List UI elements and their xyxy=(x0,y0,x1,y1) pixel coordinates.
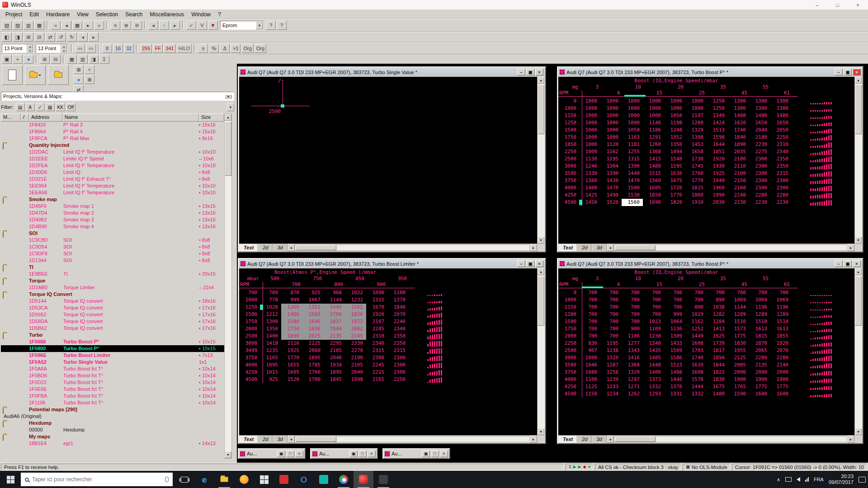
menu-hardware[interactable]: Hardware xyxy=(42,10,73,19)
value-cell[interactable]: 1934 xyxy=(324,361,345,369)
child-titlebar[interactable]: Audi Q7 (Audi Q7 3.0 TDI 233 MP+EGR 2007… xyxy=(239,68,545,76)
value-cell[interactable]: 2230 xyxy=(749,141,770,148)
eprom-combobox[interactable]: Eprom ▼ xyxy=(220,21,264,30)
value-cell[interactable]: 1820 xyxy=(664,199,685,206)
new-project-button[interactable] xyxy=(2,65,23,85)
value-cell[interactable]: 1530 xyxy=(622,192,643,199)
value-cell[interactable]: 1315 xyxy=(622,155,643,163)
value-cell[interactable]: 1605 xyxy=(643,184,664,192)
scrollbar-thumb[interactable] xyxy=(296,245,336,250)
factor-button[interactable]: ×1 xyxy=(231,44,241,53)
spin-down-icon[interactable]: ▾ xyxy=(27,48,33,52)
value-cell[interactable]: 700 xyxy=(579,304,600,311)
value-cell[interactable]: 1162 xyxy=(685,318,707,325)
value-cell[interactable]: 2125 xyxy=(728,354,749,361)
child-minimize-button[interactable]: – xyxy=(517,260,525,267)
value-cell[interactable]: 1046 xyxy=(579,361,600,369)
value-cell[interactable]: 2030 xyxy=(707,199,728,206)
value-cell[interactable]: 700 xyxy=(600,325,622,333)
value-cell[interactable]: 700 xyxy=(600,289,622,296)
value-cell[interactable]: 1608 xyxy=(685,340,707,347)
value-cell[interactable]: 2205 xyxy=(366,325,387,333)
value-cell[interactable]: 925 xyxy=(302,289,324,296)
value-cell[interactable]: 1960 xyxy=(707,184,728,192)
value-cell[interactable]: 1300 xyxy=(770,98,792,105)
value-cell[interactable]: 2280 xyxy=(749,192,770,199)
value-cell[interactable]: 1562 xyxy=(345,304,366,311)
map-row[interactable]: 1F0FBATurbo Boost fct T°▪10x14 xyxy=(1,393,224,399)
value-cell[interactable]: 1639 xyxy=(685,361,707,369)
map-list-scrollbar[interactable]: ▲ ▼ xyxy=(224,113,232,459)
clock[interactable]: 20:23 09/07/2017 xyxy=(829,474,854,485)
value-cell[interactable]: 1136 xyxy=(664,325,685,333)
anchor-button[interactable]: ↑ xyxy=(159,21,169,30)
value-cell[interactable]: 1000 xyxy=(643,98,664,105)
value-cell[interactable]: 800 xyxy=(685,304,707,311)
value-cell[interactable]: 1700 xyxy=(302,376,324,383)
taskbar-app-file-explorer[interactable] xyxy=(214,471,234,488)
value-cell[interactable]: 1925 xyxy=(281,347,302,354)
value-cell[interactable]: 1449 xyxy=(685,333,707,340)
value-cell[interactable]: 2040 xyxy=(324,354,345,361)
value-cell[interactable]: 1595 xyxy=(664,163,685,170)
grid-toggle-button[interactable]: ▦ xyxy=(67,55,77,64)
value-cell[interactable]: 700 xyxy=(600,311,622,318)
value-cell[interactable]: 700 xyxy=(643,304,664,311)
value-cell[interactable]: 1590 xyxy=(728,390,749,398)
redo-button[interactable]: ↻ xyxy=(67,33,77,42)
restore-button[interactable]: ▣ xyxy=(277,450,285,457)
child-close-button[interactable]: × xyxy=(853,260,861,267)
filter-dropdown-button[interactable]: ▼ xyxy=(227,103,234,111)
value-cell[interactable]: 1282 xyxy=(707,311,728,318)
select-right-button[interactable]: ◨ xyxy=(13,33,23,42)
value-cell[interactable]: 2250 xyxy=(770,134,792,141)
value-cell[interactable]: 2245 xyxy=(366,361,387,369)
value-cell[interactable]: 2240 xyxy=(387,318,409,325)
value-cell[interactable]: 1150 xyxy=(579,390,600,398)
value-cell[interactable]: 1425 xyxy=(579,192,600,199)
hexdump-view-button[interactable]: ≡ xyxy=(110,21,120,30)
select-left-button[interactable]: ◧ xyxy=(2,33,12,42)
vertical-scrollbar[interactable]: ▲▼ xyxy=(854,268,862,435)
scroll-left-icon[interactable]: ◂ xyxy=(607,436,614,443)
search-input[interactable] xyxy=(32,476,162,483)
map-row[interactable]: 1D2DACLimit IQ f° Temperature▪10x10 xyxy=(1,149,224,155)
value-cell[interactable]: 1435 xyxy=(643,347,664,354)
minimized-window[interactable]: Au...▣□× xyxy=(382,448,450,459)
value-cell[interactable]: 1197 xyxy=(685,112,707,119)
menu-window[interactable]: Window xyxy=(188,10,214,19)
scroll-up-icon[interactable]: ▲ xyxy=(225,114,231,121)
value-cell[interactable]: 1000 xyxy=(579,141,600,148)
value-cell[interactable]: 700 xyxy=(728,289,749,296)
value-cell[interactable]: 1368 xyxy=(622,361,643,369)
value-cell[interactable]: 1000 xyxy=(600,119,622,127)
value-cell[interactable]: 1260 xyxy=(281,304,302,311)
value-cell[interactable]: 1000 xyxy=(579,98,600,105)
taskbar-app-winols[interactable] xyxy=(354,471,373,488)
value-cell[interactable]: 2116 xyxy=(281,340,302,347)
value-cell[interactable]: 1262 xyxy=(622,390,643,398)
value-cell[interactable]: 2245 xyxy=(345,333,366,340)
map-row[interactable]: 1F0A52Turbo Single Value1x1 xyxy=(1,359,224,366)
spin-up-icon[interactable]: ▴ xyxy=(61,44,67,48)
minimize-button[interactable]: – xyxy=(807,0,827,9)
value-cell[interactable]: 1390 xyxy=(600,170,622,177)
value-cell[interactable]: 1900 xyxy=(728,376,749,383)
window-grid-button[interactable]: ▦ xyxy=(34,21,44,30)
value-cell[interactable]: 1000 xyxy=(579,112,600,119)
value-cell[interactable]: 2050 xyxy=(770,127,792,134)
map-row[interactable]: 1F096ETurbo Boost Limiter▪7x13 xyxy=(1,352,224,359)
scrollbar-thumb[interactable] xyxy=(296,436,336,442)
close-button[interactable]: × xyxy=(440,450,448,457)
value-cell[interactable]: 1580 xyxy=(281,318,302,325)
value-cell[interactable]: 1894 xyxy=(707,354,728,361)
value-cell[interactable]: 1015 xyxy=(260,369,281,376)
remove-button[interactable]: ⊟ xyxy=(34,33,44,42)
tab-text[interactable]: Text xyxy=(558,436,577,443)
value-cell[interactable]: 1560 xyxy=(643,177,664,184)
value-cell[interactable]: 1000 xyxy=(600,134,622,141)
value-cell[interactable]: 1300 xyxy=(728,98,749,105)
value-cell[interactable]: 2040 xyxy=(749,127,770,134)
value-cell[interactable]: 1250 xyxy=(707,105,728,112)
value-cell[interactable]: 1100 xyxy=(387,289,409,296)
